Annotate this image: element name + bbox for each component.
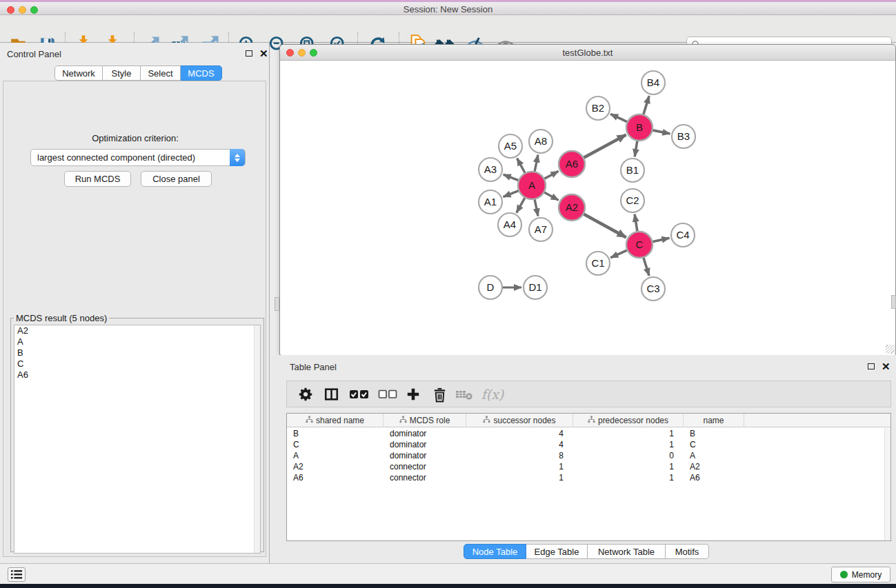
node-A7[interactable]: A7 [529, 218, 552, 241]
table-row[interactable]: Adominator80A [287, 450, 884, 461]
table-row[interactable]: A2connector11A2 [287, 461, 884, 472]
tab-network[interactable]: Network [54, 65, 103, 81]
node-A6[interactable]: A6 [559, 151, 585, 177]
network-graph[interactable]: B4B2BB3A5A8A6A3AB1A1A2C2A4A7C4CC1DD1C3 [281, 61, 895, 355]
function-builder-icon[interactable]: f(x) [479, 385, 506, 404]
edge-B-B3[interactable] [651, 130, 670, 134]
table-cell[interactable]: 1 [466, 461, 573, 472]
mcds-result-item[interactable]: A [14, 336, 260, 347]
edge-A-A5[interactable] [517, 159, 526, 175]
settings-gear-icon[interactable] [295, 385, 316, 404]
edge-A2-C[interactable] [582, 213, 626, 237]
tab-edge-table[interactable]: Edge Table [526, 544, 588, 559]
node-C2[interactable]: C2 [621, 189, 644, 212]
tab-style[interactable]: Style [103, 65, 141, 81]
select-all-icon[interactable] [347, 385, 372, 404]
table-cell[interactable]: C [287, 439, 384, 450]
tab-node-table[interactable]: Node Table [464, 544, 526, 559]
mcds-result-item[interactable]: C [14, 358, 260, 369]
table-cell[interactable]: 0 [573, 450, 684, 461]
criterion-dropdown[interactable]: largest connected component (directed) [30, 149, 246, 166]
edge-C-C1[interactable] [610, 250, 628, 258]
node-A[interactable]: A [518, 172, 546, 199]
edge-B-B1[interactable] [635, 139, 637, 156]
node-B3[interactable]: B3 [672, 125, 695, 148]
column-header-shared-name[interactable]: shared name [287, 414, 384, 427]
edge-C-C4[interactable] [651, 238, 670, 242]
node-D[interactable]: D [479, 276, 502, 299]
edge-A-A2[interactable] [543, 192, 559, 201]
table-row[interactable]: Cdominator41C [287, 439, 884, 450]
table-cell[interactable]: B [684, 428, 744, 439]
edge-B-B2[interactable] [610, 114, 628, 122]
table-cell[interactable]: 1 [573, 461, 684, 472]
table-cell[interactable]: dominator [384, 428, 466, 439]
node-A1[interactable]: A1 [479, 190, 502, 214]
node-A8[interactable]: A8 [529, 130, 552, 153]
node-B[interactable]: B [626, 114, 653, 141]
table-cell[interactable]: C [684, 439, 744, 450]
column-header-successor-nodes[interactable]: successor nodes [466, 414, 573, 427]
edge-A-A8[interactable] [535, 155, 538, 174]
right-split-gripper[interactable] [891, 295, 896, 309]
task-history-button[interactable] [8, 567, 26, 582]
column-header-name[interactable]: name [684, 414, 744, 427]
node-C1[interactable]: C1 [586, 252, 610, 275]
table-cell[interactable]: dominator [384, 450, 466, 461]
vertical-split-gripper[interactable] [275, 297, 279, 311]
table-cell[interactable]: A [287, 450, 384, 461]
table-cell[interactable]: 8 [466, 450, 573, 461]
table-cell[interactable]: 4 [466, 428, 573, 439]
memory-button[interactable]: Memory [831, 567, 890, 582]
tab-select[interactable]: Select [141, 65, 181, 81]
table-scrollbar[interactable] [884, 428, 890, 540]
node-C[interactable]: C [626, 232, 653, 258]
node-D1[interactable]: D1 [524, 276, 547, 299]
float-panel-icon[interactable] [246, 50, 252, 57]
table-cell[interactable]: 1 [573, 439, 684, 450]
edge-A-A6[interactable] [543, 171, 559, 179]
table-cell[interactable]: dominator [384, 439, 466, 450]
edge-A-A3[interactable] [504, 174, 521, 181]
column-header-predecessor-nodes[interactable]: predecessor nodes [573, 414, 684, 427]
table-cell[interactable]: 1 [466, 472, 573, 483]
table-cell[interactable]: A2 [287, 461, 384, 472]
close-panel-icon[interactable]: ✕ [259, 50, 268, 58]
mcds-result-item[interactable]: B [14, 347, 260, 358]
table-float-icon[interactable] [868, 363, 875, 369]
table-cell[interactable]: connector [384, 472, 466, 483]
table-close-icon[interactable]: ✕ [882, 363, 890, 371]
node-A4[interactable]: A4 [498, 213, 521, 236]
table-cell[interactable]: 1 [573, 472, 684, 483]
mcds-result-item[interactable]: A2 [14, 325, 260, 336]
mcds-result-item[interactable]: A6 [14, 369, 260, 381]
node-A3[interactable]: A3 [479, 158, 502, 181]
close-panel-button[interactable]: Close panel [141, 171, 212, 187]
edge-C-C2[interactable] [635, 214, 637, 233]
delete-table-icon[interactable] [454, 385, 475, 404]
node-B2[interactable]: B2 [586, 97, 610, 120]
table-cell[interactable]: connector [384, 461, 466, 472]
table-row[interactable]: A6connector11A6 [287, 472, 884, 483]
node-C3[interactable]: C3 [641, 277, 665, 301]
table-cell[interactable]: A6 [287, 472, 384, 483]
edge-C-C3[interactable] [643, 256, 649, 276]
node-B1[interactable]: B1 [621, 159, 644, 182]
table-cell[interactable]: 4 [466, 439, 573, 450]
mcds-list-scrollbar[interactable] [254, 325, 260, 553]
window-resize-handle[interactable] [886, 345, 895, 354]
table-cell[interactable]: A6 [684, 472, 744, 483]
add-column-icon[interactable] [403, 385, 424, 404]
edge-A-A1[interactable] [504, 190, 521, 197]
edge-A6-B[interactable] [582, 134, 626, 158]
table-cell[interactable]: A [684, 450, 744, 461]
node-A2[interactable]: A2 [559, 194, 585, 221]
edge-B-B4[interactable] [643, 96, 649, 116]
edge-A-A4[interactable] [517, 196, 526, 213]
table-cell[interactable]: A2 [684, 461, 744, 472]
node-A5[interactable]: A5 [499, 134, 522, 158]
table-row[interactable]: Bdominator41B [287, 428, 884, 439]
network-canvas[interactable]: B4B2BB3A5A8A6A3AB1A1A2C2A4A7C4CC1DD1C3 [281, 61, 895, 355]
table-cell[interactable]: 1 [573, 428, 684, 439]
tab-network-table[interactable]: Network Table [588, 544, 666, 559]
